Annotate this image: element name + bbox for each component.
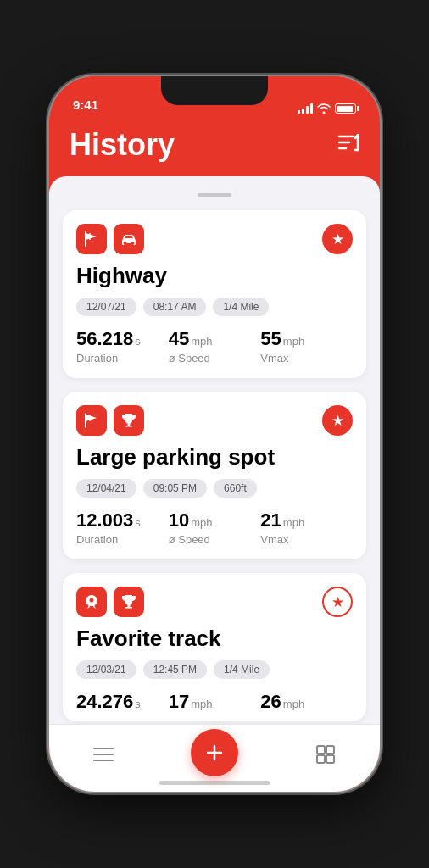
stat-label-avg-speed: ø Speed [169, 352, 261, 364]
favorite-button-track[interactable]: ★ [322, 587, 353, 617]
trophy-icon-badge [114, 405, 144, 436]
notch [161, 76, 268, 105]
svg-rect-23 [326, 755, 334, 763]
tag-date-2: 12/04/21 [76, 479, 136, 498]
scroll-content[interactable]: ★ Highway 12/07/21 08:17 AM 1/4 Mile 56.… [49, 176, 380, 792]
card-tags-highway: 12/07/21 08:17 AM 1/4 Mile [76, 298, 353, 316]
card-icons-highway [76, 224, 144, 254]
stat-label-vmax-2: Vmax [260, 533, 353, 546]
tag-time-2: 09:05 PM [143, 479, 207, 498]
stat-value-vmax: 55mph [260, 328, 353, 350]
stat-avg-speed-3: 17mph [169, 691, 261, 713]
stat-value-duration: 56.218s [76, 328, 169, 350]
svg-point-12 [90, 598, 94, 603]
tag-distance-2: 660ft [214, 479, 257, 498]
stat-duration: 56.218s Duration [76, 328, 169, 364]
stat-vmax-3: 26mph [260, 691, 353, 713]
status-time: 9:41 [73, 97, 98, 114]
tag-date-3: 12/03/21 [76, 660, 136, 679]
stat-duration-3: 24.276s [76, 691, 169, 713]
car-icon-badge [114, 224, 144, 254]
battery-icon [335, 103, 356, 114]
flag-icon-badge-2 [76, 405, 107, 436]
stat-duration-2: 12.003s Duration [76, 509, 169, 546]
tag-time-3: 12:45 PM [143, 660, 207, 679]
favorite-button-highway[interactable]: ★ [322, 224, 353, 254]
card-tags-parking: 12/04/21 09:05 PM 660ft [76, 479, 353, 498]
signal-icon [298, 103, 313, 114]
tab-grid[interactable] [304, 744, 347, 765]
flag-icon-badge [76, 224, 107, 254]
stat-value-avg-speed-2: 10mph [169, 509, 261, 531]
stat-vmax: 55mph Vmax [260, 328, 353, 364]
add-button[interactable] [191, 729, 238, 776]
page-title: History [70, 127, 175, 163]
card-title-highway: Highway [76, 263, 353, 289]
stat-avg-speed: 45mph ø Speed [169, 328, 261, 364]
stat-label-vmax: Vmax [260, 352, 353, 364]
stat-vmax-2: 21mph Vmax [260, 509, 353, 546]
tag-distance-3: 1/4 Mile [214, 660, 270, 679]
card-title-parking: Large parking spot [76, 444, 353, 470]
tab-list[interactable] [82, 745, 125, 764]
stat-value-vmax-2: 21mph [260, 509, 353, 531]
card-stats-track: 24.276s 17mph 26mph [76, 691, 353, 713]
wifi-icon [317, 103, 331, 114]
stat-value-vmax-3: 26mph [260, 691, 353, 713]
app-content: 9:41 History [49, 76, 380, 792]
svg-rect-13 [128, 605, 131, 607]
favorite-button-parking[interactable]: ★ [322, 405, 353, 436]
rocket-icon-badge [76, 587, 107, 617]
stat-value-duration-3: 24.276s [76, 691, 169, 713]
card-parking[interactable]: ★ Large parking spot 12/04/21 09:05 PM 6… [63, 392, 366, 559]
card-header-parking: ★ [76, 405, 353, 436]
svg-rect-21 [326, 746, 334, 754]
stat-label-duration: Duration [76, 352, 169, 364]
tag-distance: 1/4 Mile [213, 298, 269, 316]
svg-rect-22 [317, 755, 325, 763]
card-tags-track: 12/03/21 12:45 PM 1/4 Mile [76, 660, 353, 679]
sort-button[interactable] [337, 133, 359, 157]
status-icons [298, 103, 356, 114]
card-header-highway: ★ [76, 224, 353, 254]
card-stats-highway: 56.218s Duration 45mph ø Speed 55mph [76, 328, 353, 364]
card-title-track: Favorite track [76, 626, 353, 652]
stat-avg-speed-2: 10mph ø Speed [169, 509, 261, 546]
stat-value-avg-speed-3: 17mph [169, 691, 261, 713]
card-icons-track [76, 587, 144, 617]
drag-handle [198, 193, 231, 197]
card-icons-parking [76, 405, 144, 436]
stat-value-duration-2: 12.003s [76, 509, 169, 531]
svg-rect-20 [317, 746, 325, 754]
phone-frame: 9:41 History [49, 76, 380, 792]
stat-label-duration-2: Duration [76, 533, 169, 546]
svg-rect-14 [125, 607, 132, 609]
svg-rect-10 [128, 424, 131, 426]
card-highway[interactable]: ★ Highway 12/07/21 08:17 AM 1/4 Mile 56.… [63, 210, 366, 378]
tag-date: 12/07/21 [76, 298, 136, 316]
svg-rect-11 [125, 426, 132, 427]
card-header-track: ★ [76, 587, 353, 617]
stat-label-avg-speed-2: ø Speed [169, 533, 261, 546]
svg-point-6 [124, 242, 127, 245]
card-favorite-track[interactable]: ★ Favorite track 12/03/21 12:45 PM 1/4 M… [63, 573, 366, 721]
svg-point-7 [131, 242, 135, 245]
trophy-icon-badge-2 [114, 587, 144, 617]
home-indicator [159, 781, 270, 785]
card-stats-parking: 12.003s Duration 10mph ø Speed 21mph [76, 509, 353, 546]
stat-value-avg-speed: 45mph [169, 328, 261, 350]
tag-time: 08:17 AM [143, 298, 207, 316]
